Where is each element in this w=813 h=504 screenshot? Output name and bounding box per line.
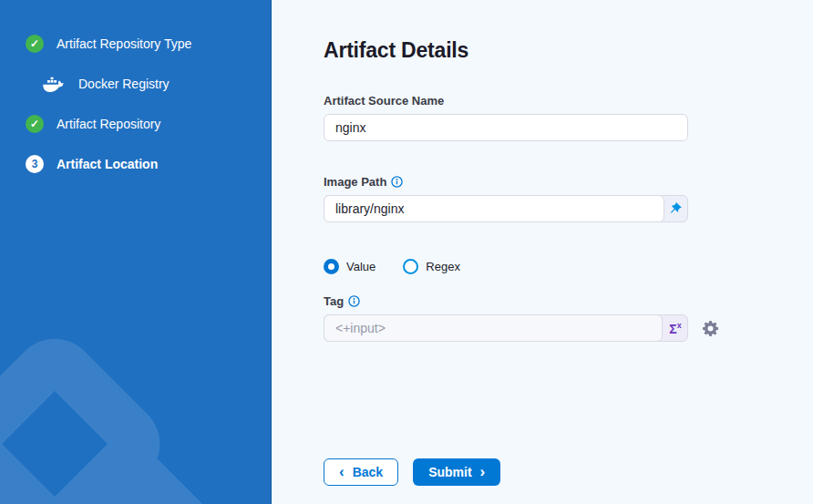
tag-type-radio-group: Value Regex xyxy=(324,259,743,274)
source-name-label: Artifact Source Name xyxy=(324,94,743,108)
tag-label-text: Tag xyxy=(324,294,344,308)
expression-button[interactable]: Σx xyxy=(664,315,687,341)
artifact-details-panel: Artifact Details Artifact Source Name Im… xyxy=(272,0,813,504)
app-window: ✓ Artifact Repository Type D xyxy=(0,0,813,504)
submit-button-label: Submit xyxy=(428,465,471,479)
gear-icon xyxy=(702,320,719,337)
tag-row: Σx xyxy=(324,308,743,342)
radio-option-value[interactable]: Value xyxy=(324,259,376,274)
image-path-input[interactable] xyxy=(324,195,664,222)
step-artifact-repository[interactable]: ✓ Artifact Repository xyxy=(26,115,271,133)
tag-settings-button[interactable] xyxy=(702,320,719,337)
info-icon[interactable] xyxy=(348,295,360,307)
tag-input[interactable] xyxy=(324,314,663,342)
image-path-label-text: Image Path xyxy=(324,175,386,189)
sigma-icon: Σx xyxy=(669,321,681,336)
wizard-actions: ‹ Back Submit › xyxy=(324,458,743,486)
submit-button[interactable]: Submit › xyxy=(413,458,500,486)
check-icon: ✓ xyxy=(26,115,44,133)
step-artifact-location[interactable]: 3 Artifact Location xyxy=(26,155,271,173)
step-label: Docker Registry xyxy=(78,77,170,91)
chevron-right-icon: › xyxy=(480,464,486,479)
step-label: Artifact Location xyxy=(57,157,158,171)
back-button-label: Back xyxy=(353,465,383,479)
info-icon[interactable] xyxy=(391,176,403,188)
source-name-input[interactable] xyxy=(324,114,688,141)
radio-unselected-icon xyxy=(403,259,418,274)
pin-icon xyxy=(669,202,683,216)
step-number-badge: 3 xyxy=(26,155,44,173)
page-title: Artifact Details xyxy=(324,38,743,63)
step-artifact-repository-type[interactable]: ✓ Artifact Repository Type xyxy=(26,35,271,53)
radio-label: Regex xyxy=(426,260,460,273)
step-label: Artifact Repository Type xyxy=(57,36,191,51)
image-path-input-group xyxy=(324,195,688,222)
radio-option-regex[interactable]: Regex xyxy=(403,259,460,274)
tag-label: Tag xyxy=(324,294,743,308)
docker-whale-icon xyxy=(42,76,66,93)
wizard-steps: ✓ Artifact Repository Type D xyxy=(0,0,271,173)
wizard-sidebar: ✓ Artifact Repository Type D xyxy=(0,0,272,504)
pin-button[interactable] xyxy=(664,196,687,221)
step-label: Artifact Repository xyxy=(57,117,160,131)
check-icon: ✓ xyxy=(26,35,44,53)
back-button[interactable]: ‹ Back xyxy=(324,458,398,486)
image-path-label: Image Path xyxy=(324,175,743,189)
chevron-left-icon: ‹ xyxy=(339,464,345,479)
step-docker-registry[interactable]: Docker Registry xyxy=(42,75,271,93)
radio-label: Value xyxy=(346,260,376,273)
tag-input-group: Σx xyxy=(324,314,688,342)
radio-selected-icon xyxy=(324,259,339,274)
